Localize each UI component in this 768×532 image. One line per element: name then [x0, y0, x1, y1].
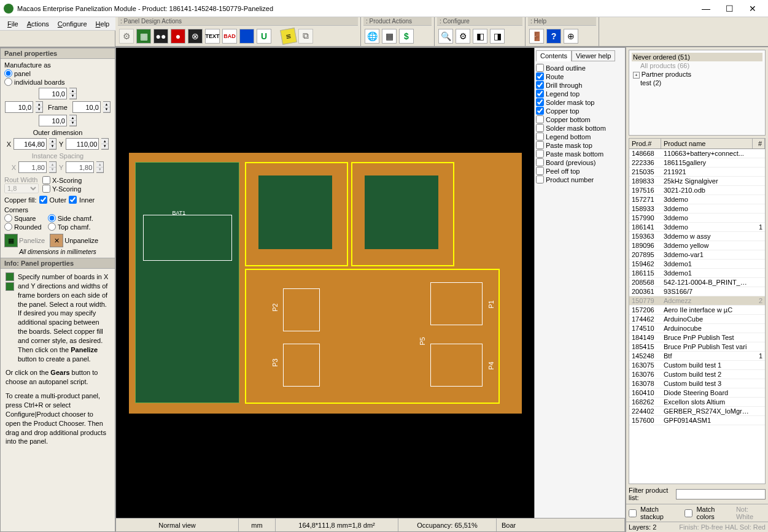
price-icon[interactable]: $	[399, 29, 414, 44]
layer-checkbox[interactable]	[536, 64, 544, 72]
product-tree[interactable]: Never ordered (51) All products (66) +Pa…	[629, 50, 766, 136]
table-row[interactable]: 1589333ddemo	[629, 204, 765, 214]
radio-individual[interactable]	[4, 78, 12, 86]
updates-icon[interactable]: ⊕	[564, 29, 578, 44]
board-c[interactable]: P2 P3 P5 P1 P4	[245, 269, 500, 404]
frame-bottom[interactable]	[39, 117, 66, 125]
chk-outer[interactable]	[39, 196, 47, 204]
tree-all-products[interactable]: All products (66)	[632, 61, 762, 70]
layer-checkbox[interactable]	[536, 158, 544, 166]
radio-square[interactable]	[4, 214, 12, 222]
table-row[interactable]: 185415Bruce PnP Publish Test vari	[629, 342, 765, 352]
layer-checkbox[interactable]	[536, 141, 544, 149]
table-row[interactable]: 1861413ddemo1	[629, 223, 765, 232]
tree-partner[interactable]: +Partner products	[632, 70, 762, 79]
table-row[interactable]: 215035211921	[629, 168, 765, 177]
table-row[interactable]: 1594623ddemo1	[629, 260, 765, 269]
table-row[interactable]: 222336186115gallery	[629, 158, 765, 168]
table-row[interactable]: 174462ArduinoCube	[629, 315, 765, 324]
board-a[interactable]: BAT1	[135, 162, 239, 403]
layer-checkbox[interactable]	[536, 150, 544, 158]
globe-icon[interactable]: 🌐	[365, 29, 379, 44]
grid-icon[interactable]: ▦	[382, 29, 397, 44]
tab-contents[interactable]: Contents	[536, 50, 572, 61]
maximize-button[interactable]: ☐	[718, 1, 741, 17]
tree-never-ordered[interactable]: Never ordered (51)	[632, 53, 762, 61]
spin-top[interactable]: ▲▼	[69, 88, 77, 99]
spin-bottom[interactable]: ▲▼	[69, 115, 77, 126]
layer-item[interactable]: Product number	[536, 175, 624, 183]
close-button[interactable]: ✕	[741, 1, 764, 17]
spin-right[interactable]: ▲▼	[103, 101, 111, 113]
undo-icon[interactable]: U	[257, 29, 271, 44]
table-row[interactable]: 145248Btf1	[629, 352, 765, 361]
pcb-viewer[interactable]: BAT1 P2 P3 P5	[116, 48, 534, 518]
layer-checkbox[interactable]	[536, 167, 544, 175]
layer-item[interactable]: Copper top	[536, 107, 624, 115]
layer-checkbox[interactable]	[536, 98, 544, 106]
panelize-icon[interactable]: ▦	[4, 234, 18, 247]
layer-item[interactable]: Legend top	[536, 90, 624, 98]
target-icon[interactable]: ⊗	[188, 29, 203, 44]
col-prodid[interactable]: Prod.#	[629, 139, 661, 148]
layer-checkbox[interactable]	[536, 81, 544, 89]
table-row[interactable]: 1890963ddemo yellow	[629, 241, 765, 250]
screenshot-icon[interactable]: ⧉	[298, 29, 313, 44]
menu-configure[interactable]: Configure	[54, 19, 91, 29]
unpanelize-icon[interactable]: ✕	[50, 234, 63, 247]
layer-item[interactable]: Paste mask top	[536, 141, 624, 149]
settings-gear-icon[interactable]: ⚙	[456, 29, 470, 44]
chk-yscoring[interactable]	[42, 185, 50, 193]
table-row[interactable]: 160410Diode Steering Board	[629, 388, 765, 398]
chk-match-stackup[interactable]	[629, 509, 637, 517]
bad-board-icon[interactable]: BAD	[222, 29, 237, 44]
table-row[interactable]: 2078953ddemo-var1	[629, 250, 765, 260]
layer-checkbox[interactable]	[536, 90, 544, 98]
layer-checkbox[interactable]	[536, 124, 544, 132]
minimize-button[interactable]: —	[694, 1, 718, 17]
menu-file[interactable]: File	[4, 19, 22, 29]
radio-panel[interactable]	[4, 69, 12, 77]
notes-icon[interactable]: ≡	[280, 28, 297, 45]
table-row[interactable]: 148668110663+battery+connect...	[629, 149, 765, 158]
layer-checkbox[interactable]	[536, 133, 544, 141]
layout1-icon[interactable]: ◧	[473, 29, 487, 44]
tree-test[interactable]: test (2)	[632, 79, 762, 87]
table-row[interactable]: 174510Arduinocube	[629, 324, 765, 333]
table-row[interactable]: 184149Bruce PnP Publish Test	[629, 333, 765, 342]
table-row[interactable]: 150779Adcmezz2	[629, 296, 765, 306]
table-row[interactable]: 1572713ddemo	[629, 195, 765, 204]
text-icon[interactable]: TEXT	[205, 29, 220, 44]
panelize-label[interactable]: Panelize	[19, 237, 45, 244]
table-row[interactable]: 1975163021-210.odb	[629, 186, 765, 195]
table-row[interactable]: 224402GERBER_RS274X_IoMgr2-10	[629, 407, 765, 416]
outer-y[interactable]	[66, 141, 98, 148]
layer-item[interactable]: Solder mask bottom	[536, 124, 624, 132]
radio-topchamf[interactable]	[48, 223, 56, 231]
exit-icon[interactable]: 🚪	[529, 29, 544, 44]
chk-match-colors[interactable]	[685, 509, 692, 517]
outer-x[interactable]	[14, 141, 46, 148]
table-row[interactable]: 208568542-121-0004-B_PRINT_N...	[629, 278, 765, 287]
layout2-icon[interactable]: ◨	[490, 29, 505, 44]
radio-rounded[interactable]	[4, 223, 12, 231]
table-row[interactable]: 163076Custom build test 2	[629, 370, 765, 379]
table-row[interactable]: 168262Excellon slots Altium	[629, 398, 765, 407]
layer-item[interactable]: Copper bottom	[536, 115, 624, 123]
chk-xscoring[interactable]	[42, 176, 50, 184]
table-row[interactable]: 1861153ddemo1	[629, 269, 765, 278]
table-row[interactable]: 157206Aero IIe interface w µC	[629, 306, 765, 315]
layer-checkbox[interactable]	[536, 72, 544, 80]
table-row[interactable]: 18983325kHz Signalgiver	[629, 177, 765, 186]
red-circle-icon[interactable]: ●	[171, 29, 185, 44]
product-table[interactable]: Prod.# Product name # 148668110663+batte…	[629, 138, 766, 484]
layer-item[interactable]: Solder mask top	[536, 98, 624, 106]
spin-left[interactable]: ▲▼	[36, 101, 43, 113]
spin-outer-y[interactable]: ▲▼	[101, 138, 109, 150]
layer-item[interactable]: Board outline	[536, 64, 624, 72]
radio-sidechamf[interactable]	[48, 214, 56, 222]
layer-item[interactable]: Drill through	[536, 81, 624, 89]
chk-inner[interactable]	[69, 196, 77, 204]
table-row[interactable]: 20036193S166/7	[629, 287, 765, 296]
layer-item[interactable]: Peel off top	[536, 167, 624, 175]
